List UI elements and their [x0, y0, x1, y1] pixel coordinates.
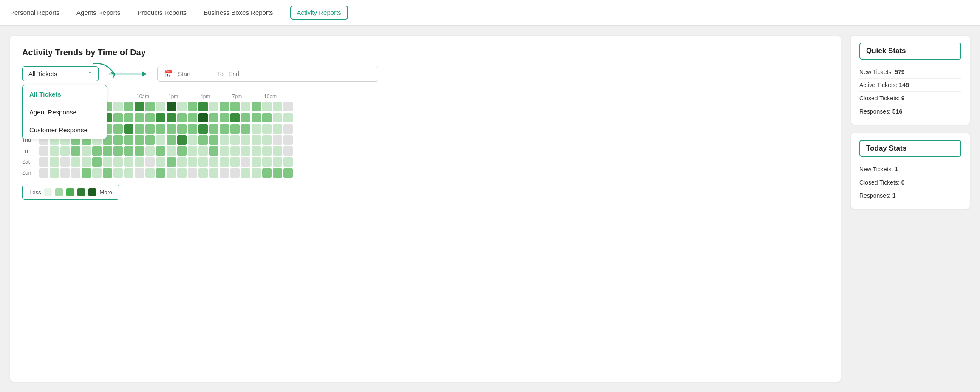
dropdown-menu: All Tickets Agent Response Customer Resp… [22, 85, 107, 139]
calendar-icon: 📅 [164, 70, 173, 78]
heatmap-cell [113, 135, 123, 145]
chevron-up-icon: ⌃ [88, 71, 92, 77]
heatmap-cell [283, 124, 293, 134]
chart-panel: Activity Trends by Time of Day All Ticke… [10, 36, 841, 382]
heatmap-container: 7am 10am 1pm 4pm 7pm 10pm [22, 94, 829, 178]
heatmap-cell [241, 135, 250, 145]
heatmap-cell [252, 135, 261, 145]
heatmap-cell [103, 146, 112, 156]
day-label-sat: Sat [22, 159, 39, 165]
heatmap-cell [113, 113, 123, 122]
heatmap-cell [220, 124, 229, 134]
nav-personal[interactable]: Personal Reports [10, 6, 59, 20]
heatmap-cell [113, 124, 123, 134]
heatmap-cell [188, 135, 197, 145]
heatmap-cell [252, 113, 261, 122]
heatmap-cell [198, 157, 208, 167]
heatmap-row-sun: Sun [22, 168, 829, 178]
main-area: Activity Trends by Time of Day All Ticke… [0, 26, 980, 392]
heatmap-cell [167, 113, 176, 122]
heatmap-cell [220, 102, 229, 111]
heatmap-cell [92, 168, 102, 178]
heatmap-cell [113, 102, 123, 111]
date-to-label: To [217, 71, 224, 77]
date-start-input[interactable] [178, 71, 212, 77]
ticket-type-dropdown-wrapper: All Tickets ⌃ All Tickets Agent Response… [22, 66, 99, 81]
date-range-input[interactable]: 📅 To [157, 66, 378, 82]
date-end-input[interactable] [229, 71, 263, 77]
nav-business[interactable]: Business Boxes Reports [204, 6, 273, 20]
heatmap-cell [135, 135, 144, 145]
heatmap-cell [135, 124, 144, 134]
heatmap-cell [188, 146, 197, 156]
heatmap-cell [135, 168, 144, 178]
heatmap-cell [50, 168, 59, 178]
heatmap-cell [262, 113, 272, 122]
heatmap-cell [252, 124, 261, 134]
time-label-10am: 10am [136, 94, 146, 99]
heatmap-cell [177, 157, 187, 167]
dropdown-option-agent[interactable]: Agent Response [23, 103, 107, 121]
heatmap-cell [188, 124, 197, 134]
legend-less-label: Less [29, 189, 41, 196]
heatmap-cell [145, 113, 155, 122]
ticket-type-dropdown[interactable]: All Tickets ⌃ [22, 66, 99, 81]
heatmap-cell [156, 146, 165, 156]
dropdown-option-customer[interactable]: Customer Response [23, 121, 107, 139]
heatmap-cell [71, 168, 80, 178]
heatmap-cell [167, 157, 176, 167]
heatmap-cell [273, 168, 282, 178]
heatmap-cell [71, 146, 80, 156]
heatmap-cell [209, 135, 218, 145]
heatmap-cell [220, 146, 229, 156]
heatmap-cell [167, 102, 176, 111]
heatmap-cells-row-5 [39, 157, 293, 167]
nav-activity[interactable]: Activity Reports [290, 6, 348, 20]
heatmap-cell [156, 168, 165, 178]
heatmap-legend: Less More [22, 185, 119, 200]
heatmap-row-tue: Tue [22, 113, 829, 122]
legend-cell-2 [66, 188, 74, 196]
chart-title: Activity Trends by Time of Day [22, 48, 829, 57]
heatmap-cell [103, 168, 112, 178]
heatmap-cell [135, 146, 144, 156]
dropdown-option-all[interactable]: All Tickets [23, 85, 107, 103]
nav-products[interactable]: Products Reports [137, 6, 187, 20]
heatmap-cell [60, 168, 70, 178]
heatmap-cell [262, 135, 272, 145]
heatmap-cell [273, 146, 282, 156]
heatmap-cell [252, 102, 261, 111]
heatmap-cell [273, 113, 282, 122]
heatmap-cell [135, 102, 144, 111]
heatmap-cell [82, 168, 91, 178]
heatmap-cell [209, 124, 218, 134]
heatmap-cell [230, 124, 240, 134]
heatmap-cell [241, 146, 250, 156]
heatmap-cell [283, 135, 293, 145]
right-panel: Quick Stats New Tickets: 579 Active Tick… [851, 36, 970, 382]
time-label-1pm: 1pm [168, 94, 178, 99]
heatmap-cell [262, 146, 272, 156]
heatmap-cell [262, 102, 272, 111]
heatmap-cell [262, 124, 272, 134]
heatmap-cell [209, 168, 218, 178]
nav-agents[interactable]: Agents Reports [76, 6, 120, 20]
heatmap-cell [60, 157, 70, 167]
heatmap-cell [283, 146, 293, 156]
heatmap-cell [198, 168, 208, 178]
heatmap-cell [156, 157, 165, 167]
heatmap-cell [252, 146, 261, 156]
heatmap-cell [283, 168, 293, 178]
heatmap-cell [198, 146, 208, 156]
heatmap-cell [273, 102, 282, 111]
heatmap-cell [198, 135, 208, 145]
legend-cell-1 [55, 188, 63, 196]
heatmap-cell [241, 113, 250, 122]
heatmap-cells-row-4 [39, 146, 293, 156]
heatmap-cell [230, 146, 240, 156]
dropdown-selected-value: All Tickets [28, 70, 57, 77]
heatmap-cell [220, 113, 229, 122]
quick-stats-box: Quick Stats New Tickets: 579 Active Tick… [851, 36, 970, 125]
heatmap-cell [39, 168, 48, 178]
heatmap-cell [177, 168, 187, 178]
